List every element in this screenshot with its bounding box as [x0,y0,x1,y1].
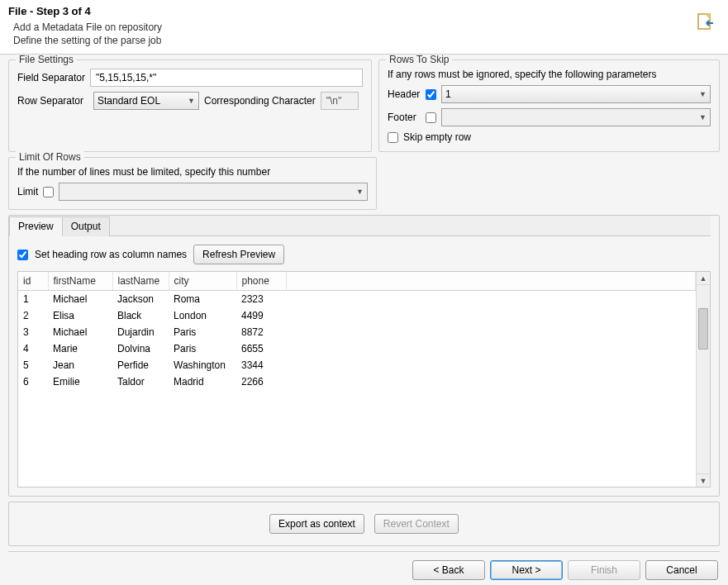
table-cell: Perfide [112,357,169,373]
table-column-header[interactable]: firstName [48,272,112,290]
table-cell: 6 [18,373,48,390]
scroll-down-icon[interactable]: ▼ [697,473,710,487]
table-row[interactable]: 5JeanPerfideWashington3344 [18,357,696,373]
tab-output[interactable]: Output [62,216,110,236]
table-cell: Dolvina [112,340,169,357]
limit-label: Limit [17,186,38,197]
table-column-header[interactable]: id [18,272,48,290]
tab-body: Set heading row as column names Refresh … [9,236,719,496]
export-context-button[interactable]: Export as context [269,514,364,534]
chevron-down-icon: ▼ [188,97,195,105]
header-skip-value-select[interactable]: 1 ▼ [441,85,711,103]
table-row[interactable]: 2ElisaBlackLondon4499 [18,307,696,324]
vertical-scrollbar[interactable]: ▲ ▼ [696,272,710,487]
tab-preview[interactable]: Preview [9,216,63,236]
wizard-content: File Settings Field Separator Row Separa… [0,55,728,551]
refresh-preview-button[interactable]: Refresh Preview [193,245,284,264]
subtitle-2: Define the setting of the parse job [8,34,693,47]
revert-context-button: Revert Context [374,514,459,534]
table-body: 1MichaelJacksonRoma23232ElisaBlackLondon… [18,290,696,390]
table-column-header[interactable]: lastName [112,272,169,290]
heading-row-label: Set heading row as column names [35,249,187,260]
corresponding-char-input [321,92,359,110]
header-skip-checkbox[interactable] [426,89,436,100]
finish-button: Finish [568,560,640,580]
scroll-up-icon[interactable]: ▲ [697,272,710,285]
file-settings-legend: File Settings [16,55,77,65]
footer-skip-value-select: ▼ [441,108,711,126]
table-cell: 4 [18,340,48,357]
table-cell: 3344 [236,357,286,373]
table-cell: 4499 [236,307,286,324]
wizard-header: File - Step 3 of 4 Add a Metadata File o… [0,0,728,55]
limit-value-select: ▼ [59,183,368,201]
page-title: File - Step 3 of 4 [8,5,693,17]
table-cell: Paris [169,324,236,340]
table-cell: Roma [169,290,236,307]
chevron-down-icon: ▼ [699,90,707,98]
table-cell: 5 [18,357,48,373]
table-cell: 1 [18,290,48,307]
table-header-row: idfirstNamelastNamecityphone [18,272,696,290]
row-separator-select[interactable]: Standard EOL ▼ [93,92,199,110]
table-column-filler [286,272,696,290]
preview-table-scroll: idfirstNamelastNamecityphone 1MichaelJac… [18,272,696,487]
table-cell: Marie [48,340,112,357]
table-cell: Madrid [169,373,236,390]
header-text: File - Step 3 of 4 Add a Metadata File o… [8,5,693,47]
scroll-thumb[interactable] [698,308,708,350]
tab-bar: Preview Output [9,216,711,236]
limit-checkbox[interactable] [43,187,54,197]
table-column-header[interactable]: phone [236,272,286,290]
table-cell: Black [112,307,169,324]
file-wizard-icon [693,12,716,35]
preview-tabs: Preview Output Set heading row as column… [8,215,720,497]
table-column-header[interactable]: city [169,272,236,290]
preview-controls: Set heading row as column names Refresh … [17,245,711,264]
subtitle-1: Add a Metadata File on repository [8,21,693,34]
top-row: File Settings Field Separator Row Separa… [8,59,720,152]
table-cell: 2 [18,307,48,324]
table-cell: 8872 [236,324,286,340]
footer-skip-label: Footer [388,112,421,123]
table-row[interactable]: 4MarieDolvinaParis6655 [18,340,696,357]
table-cell: Michael [48,290,112,307]
rows-skip-hint: If any rows must be ignored, specify the… [388,69,657,80]
table-cell: Washington [169,357,236,373]
table-cell: 3 [18,324,48,340]
table-cell: 2266 [236,373,286,390]
row-separator-label: Row Separator [17,95,88,107]
table-row[interactable]: 3MichaelDujardinParis8872 [18,324,696,340]
preview-table: idfirstNamelastNamecityphone 1MichaelJac… [18,272,696,390]
field-separator-label: Field Separator [17,72,85,83]
table-cell: Jackson [112,290,169,307]
table-cell: Emilie [48,373,112,390]
header-skip-value: 1 [445,88,451,100]
next-button[interactable]: Next > [490,560,563,580]
table-cell: Taldor [112,373,169,390]
wizard-footer: < Back Next > Finish Cancel [0,551,728,585]
table-cell: Jean [48,357,112,373]
table-cell: London [169,307,236,324]
footer-skip-checkbox[interactable] [426,112,436,123]
skip-empty-row-label: Skip empty row [403,131,471,143]
table-cell: Elisa [48,307,112,324]
wizard-buttons: < Back Next > Finish Cancel [0,560,728,580]
table-cell: Paris [169,340,236,357]
limit-hint: If the number of lines must be limited, … [17,166,270,178]
field-separator-input[interactable] [90,69,363,87]
chevron-down-icon: ▼ [699,113,707,121]
scroll-track[interactable] [697,285,710,473]
rows-to-skip-group: Rows To Skip If any rows must be ignored… [378,59,720,152]
heading-row-checkbox[interactable] [17,250,28,260]
back-button[interactable]: < Back [412,560,485,580]
table-cell: 6655 [236,340,286,357]
limit-rows-group: Limit Of Rows If the number of lines mus… [8,157,377,210]
cancel-button[interactable]: Cancel [645,560,718,580]
skip-empty-row-checkbox[interactable] [388,132,398,143]
table-row[interactable]: 1MichaelJacksonRoma2323 [18,290,696,307]
table-cell: Dujardin [112,324,169,340]
table-cell: 2323 [236,290,286,307]
table-row[interactable]: 6EmilieTaldorMadrid2266 [18,373,696,390]
limit-legend: Limit Of Rows [16,151,84,163]
